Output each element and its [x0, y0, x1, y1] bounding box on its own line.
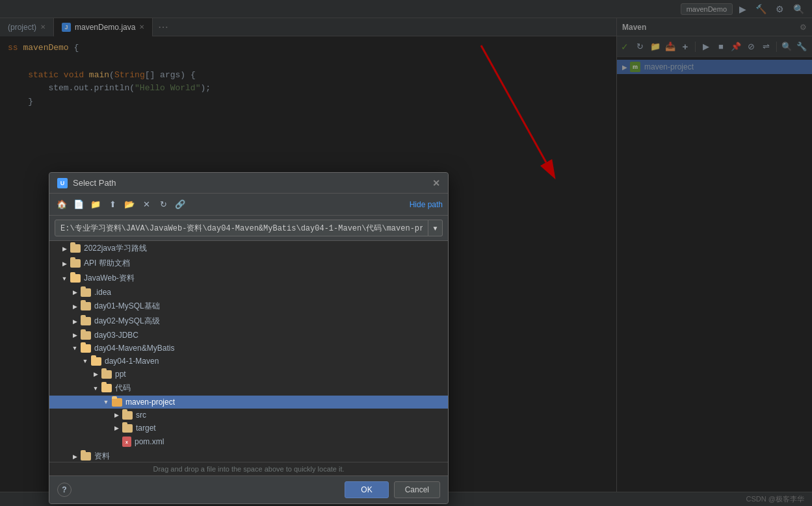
xml-file-icon: x [122, 436, 131, 447]
tree-item-label: src [136, 411, 146, 420]
dialog-add-folder-btn[interactable]: 📂 [122, 197, 137, 212]
tree-arrow-icon [112, 411, 121, 420]
list-item[interactable]: API 帮助文档 [49, 256, 448, 271]
list-item[interactable]: JavaWeb-资料 [49, 271, 448, 286]
list-item[interactable]: maven-project [49, 396, 448, 409]
tree-arrow-icon [112, 424, 121, 433]
tree-item-label: target [136, 424, 156, 433]
tree-arrow-icon [81, 357, 90, 366]
tree-item-label: ppt [115, 370, 126, 379]
dialog-up-btn[interactable]: ⬆ [105, 197, 120, 212]
list-item[interactable]: target [49, 422, 448, 435]
folder-icon [70, 244, 81, 253]
tree-item-label: 代码 [115, 383, 131, 394]
folder-icon [91, 357, 101, 366]
dialog-toolbar: 🏠 📄 📁 ⬆ 📂 ✕ ↻ 🔗 Hide path [49, 194, 448, 216]
dialog-help-button[interactable]: ? [57, 483, 72, 497]
tree-arrow-icon [60, 244, 69, 253]
tree-item-label: pom.xml [135, 437, 164, 446]
hide-path-button[interactable]: Hide path [410, 200, 443, 209]
folder-icon [81, 344, 91, 353]
list-item[interactable]: day04-1-Maven [49, 355, 448, 368]
folder-icon [70, 259, 81, 268]
dialog-new-folder-btn[interactable]: 📁 [88, 197, 103, 212]
dialog-link-btn[interactable]: 🔗 [173, 197, 187, 212]
tree-item-label: day01-MySQL基础 [94, 301, 160, 312]
tree-item-label: 2022java学习路线 [84, 243, 147, 254]
dialog-buttons: ? OK Cancel [49, 475, 448, 503]
folder-icon [112, 398, 122, 407]
tree-item-label: API 帮助文档 [84, 258, 130, 269]
tree-arrow-icon [101, 398, 111, 407]
folder-icon [101, 384, 112, 392]
path-input[interactable] [55, 220, 428, 236]
tree-item-label: day03-JDBC [94, 331, 138, 340]
folder-icon [122, 424, 133, 433]
list-item[interactable]: .idea [49, 286, 448, 299]
tree-arrow-icon [112, 437, 121, 446]
folder-icon [101, 370, 112, 379]
folder-icon [81, 317, 91, 325]
dialog-tools-group: 🏠 📄 📁 ⬆ 📂 ✕ ↻ 🔗 [55, 197, 187, 212]
tree-arrow-icon [70, 331, 79, 340]
tree-item-label: day04-Maven&MyBatis [94, 344, 174, 353]
list-item[interactable]: day03-JDBC [49, 329, 448, 342]
tree-item-label: day04-1-Maven [105, 357, 159, 366]
tree-item-label: JavaWeb-资料 [84, 273, 135, 284]
ok-button[interactable]: OK [345, 481, 388, 498]
folder-icon [81, 302, 91, 310]
list-item[interactable]: day02-MySQL高级 [49, 314, 448, 329]
dialog-title-group: U Select Path [57, 178, 116, 188]
list-item[interactable]: src [49, 409, 448, 422]
folder-icon [122, 411, 133, 420]
tree-arrow-icon [70, 302, 79, 311]
list-item[interactable]: day01-MySQL基础 [49, 299, 448, 314]
folder-icon [81, 331, 91, 340]
list-item[interactable]: 资料 [49, 449, 448, 462]
list-item[interactable]: ppt [49, 368, 448, 381]
path-dropdown-button[interactable]: ▼ [428, 220, 443, 236]
folder-icon [70, 274, 81, 283]
tree-arrow-icon [70, 288, 79, 297]
dialog-file-btn[interactable]: 📄 [72, 197, 86, 212]
dialog-close-button[interactable]: ✕ [432, 178, 440, 188]
cancel-button[interactable]: Cancel [394, 481, 440, 498]
folder-icon [81, 452, 91, 461]
tree-item-label: 资料 [94, 451, 110, 462]
dialog-tree[interactable]: 2022java学习路线 API 帮助文档 JavaWeb-资料 .idea [49, 241, 448, 462]
dialog-delete-btn[interactable]: ✕ [139, 197, 153, 212]
list-item[interactable]: day04-Maven&MyBatis [49, 342, 448, 355]
dialog-titlebar: U Select Path ✕ [49, 173, 448, 194]
tree-arrow-icon [91, 370, 100, 379]
dialog-icon: U [57, 178, 68, 188]
folder-icon [81, 288, 91, 297]
list-item[interactable]: x pom.xml [49, 435, 448, 449]
dialog-title-text: Select Path [73, 178, 116, 188]
dialog-home-btn[interactable]: 🏠 [55, 197, 69, 212]
list-item[interactable]: 2022java学习路线 [49, 241, 448, 256]
tree-arrow-icon [70, 317, 79, 326]
dialog-hint: Drag and drop a file into the space abov… [49, 462, 448, 475]
select-path-dialog: U Select Path ✕ 🏠 📄 📁 ⬆ 📂 ✕ ↻ 🔗 Hide pat… [49, 172, 449, 504]
tree-item-label: day02-MySQL高级 [94, 316, 160, 327]
tree-arrow-icon [60, 259, 69, 268]
tree-arrow-icon [60, 274, 69, 283]
dialog-path-bar: ▼ [49, 216, 448, 241]
tree-arrow-icon [70, 344, 79, 353]
dialog-btn-group: OK Cancel [345, 481, 440, 498]
tree-item-label: .idea [94, 288, 111, 297]
dialog-refresh-btn[interactable]: ↻ [156, 197, 170, 212]
tree-arrow-icon [70, 452, 79, 461]
tree-arrow-icon [91, 384, 100, 393]
tree-item-label: maven-project [125, 398, 175, 407]
list-item[interactable]: 代码 [49, 381, 448, 396]
